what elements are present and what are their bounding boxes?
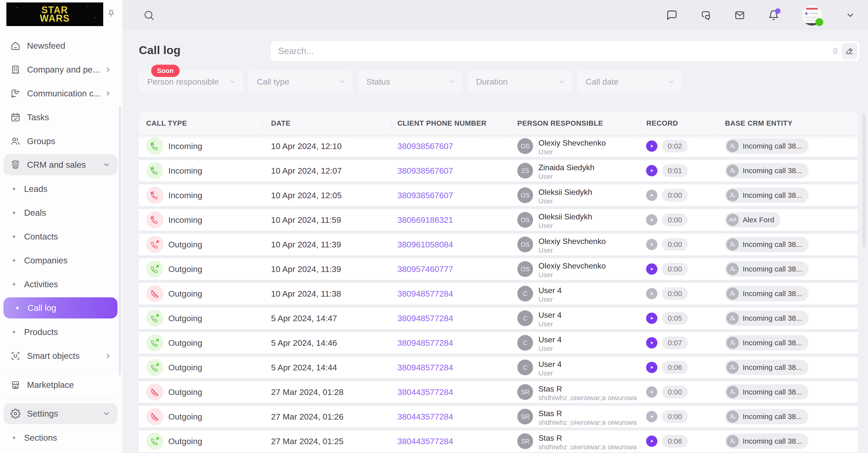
sidebar-item-groups[interactable]: Groups — [0, 129, 122, 153]
table-row[interactable]: Outgoing 27 Mar 2024, 01:25 380443577284… — [139, 430, 858, 452]
client-phone-link[interactable]: 380669186321 — [397, 215, 453, 225]
sidebar-item-communication-channels[interactable]: Communication c... — [0, 81, 122, 105]
comment-icon[interactable] — [666, 9, 678, 21]
global-search-icon[interactable] — [143, 9, 155, 21]
pin-sidebar-icon[interactable] — [105, 8, 117, 20]
call-type-label: Incoming — [168, 141, 202, 151]
base-crm-entity-cell: Incoming call 38... — [725, 188, 809, 203]
entity-avatar — [726, 263, 739, 275]
filter-dropdown[interactable]: Status — [358, 70, 462, 93]
crm-entity-chip[interactable]: Incoming call 38... — [725, 335, 809, 350]
filter-dropdown[interactable]: Call date — [577, 70, 681, 93]
sidebar-item-activities[interactable]: Activities — [0, 272, 122, 296]
crm-entity-chip[interactable]: АИ Alex Ford — [725, 212, 780, 227]
client-phone-link[interactable]: 380957460777 — [397, 264, 453, 274]
play-record-button[interactable] — [646, 288, 657, 299]
sidebar-item-marketplace[interactable]: Marketplace — [0, 373, 122, 397]
sidebar-item-contacts[interactable]: Contacts — [0, 225, 122, 248]
sidebar-section-crm-and-sales[interactable]: CRM and sales — [3, 154, 118, 175]
main-content: Call log 0 Soon Person responsible Call … — [122, 30, 868, 453]
person-responsible: OS Olexiy Shevchenko User — [517, 138, 606, 156]
play-record-button[interactable] — [646, 435, 657, 447]
table-row[interactable]: Outgoing 10 Apr 2024, 11:38 380948577284… — [139, 283, 858, 305]
crm-entity-chip[interactable]: Incoming call 38... — [725, 311, 809, 326]
table-row[interactable]: Outgoing 27 Mar 2024, 01:28 380443577284… — [139, 381, 858, 403]
table-row[interactable]: Outgoing 5 Apr 2024, 14:46 380948577284 … — [139, 332, 858, 353]
play-record-button[interactable] — [646, 140, 657, 152]
filter-dropdown[interactable]: Call type — [248, 70, 353, 93]
sidebar-item-products[interactable]: Products — [0, 320, 122, 344]
sidebar-item-leads[interactable]: Leads — [0, 177, 122, 201]
user-avatar[interactable] — [802, 5, 822, 26]
play-record-button[interactable] — [646, 411, 657, 422]
sidebar-item-deals[interactable]: Deals — [0, 201, 122, 225]
crm-entity-chip[interactable]: Incoming call 38... — [725, 409, 809, 424]
crm-entity-chip[interactable]: Incoming call 38... — [725, 188, 809, 203]
content-scrollbar[interactable] — [862, 114, 866, 247]
client-phone-link[interactable]: 380948577284 — [397, 363, 453, 372]
crm-entity-chip[interactable]: Incoming call 38... — [725, 138, 809, 154]
search-input[interactable] — [271, 46, 833, 56]
filter-dropdown[interactable]: Soon Person responsible — [139, 70, 243, 93]
play-record-button[interactable] — [646, 214, 657, 226]
profile-menu-chevron[interactable] — [844, 9, 856, 21]
client-phone-link[interactable]: 380948577284 — [397, 314, 453, 323]
play-record-button[interactable] — [646, 239, 657, 250]
table-row[interactable]: Outgoing 27 Mar 2024, 01:26 380443577284… — [139, 406, 858, 427]
contact-arrow-icon — [729, 192, 736, 199]
notifications-bell-icon[interactable] — [768, 9, 779, 21]
crm-entity-chip[interactable]: Incoming call 38... — [725, 360, 809, 375]
client-phone-link[interactable]: 380948577284 — [397, 289, 453, 299]
client-phone-link[interactable]: 380443577284 — [397, 387, 453, 397]
client-phone-link[interactable]: 380443577284 — [397, 412, 453, 422]
play-record-button[interactable] — [646, 165, 657, 176]
sidebar-item-newsfeed[interactable]: Newsfeed — [0, 34, 122, 58]
sidebar-item-sections[interactable]: Sections — [0, 426, 122, 450]
call-type-icon — [146, 310, 163, 327]
person-name: User 4 — [538, 286, 562, 295]
client-phone-link[interactable]: 380443577284 — [397, 436, 453, 446]
client-phone-link[interactable]: 380938567607 — [397, 166, 453, 176]
play-record-button[interactable] — [646, 190, 657, 201]
filter-label: Call type — [257, 77, 289, 87]
sidebar-item-companies[interactable]: Companies — [0, 248, 122, 272]
sidebar-item-smart-objects[interactable]: Smart objects — [0, 344, 122, 368]
chevron-down-icon — [229, 78, 236, 85]
call-type-icon — [146, 211, 163, 228]
client-phone-link[interactable]: 380938567607 — [397, 191, 453, 200]
sidebar-scrollbar[interactable] — [119, 106, 121, 375]
play-record-button[interactable] — [646, 337, 657, 348]
crm-entity-chip[interactable]: Incoming call 38... — [725, 163, 809, 178]
table-row[interactable]: Incoming 10 Apr 2024, 11:59 380669186321… — [139, 209, 858, 231]
client-phone-link[interactable]: 380938567607 — [397, 141, 453, 151]
crm-entity-chip[interactable]: Incoming call 38... — [725, 286, 809, 301]
table-row[interactable]: Incoming 10 Apr 2024, 12:05 380938567607… — [139, 185, 858, 206]
group-chat-icon[interactable] — [700, 9, 712, 21]
call-date: 10 Apr 2024, 12:10 — [271, 141, 342, 151]
crm-entity-chip[interactable]: Incoming call 38... — [725, 385, 809, 400]
sidebar-item-label: Tasks — [27, 112, 49, 122]
contact-arrow-icon — [729, 388, 736, 396]
crm-entity-chip[interactable]: Incoming call 38... — [725, 237, 809, 252]
play-record-button[interactable] — [646, 263, 657, 275]
mail-icon[interactable] — [734, 9, 746, 21]
client-phone-link[interactable]: 380961058084 — [397, 240, 453, 249]
crm-entity-chip[interactable]: Incoming call 38... — [725, 433, 809, 449]
play-record-button[interactable] — [646, 386, 657, 398]
filter-dropdown[interactable]: Duration — [468, 70, 572, 93]
table-row[interactable]: Incoming 10 Apr 2024, 12:07 380938567607… — [139, 160, 858, 181]
play-record-button[interactable] — [646, 313, 657, 324]
clear-search-button[interactable] — [842, 43, 857, 59]
table-row[interactable]: Outgoing 10 Apr 2024, 11:39 380961058084… — [139, 234, 858, 255]
sidebar-section-settings[interactable]: Settings — [3, 403, 118, 424]
sidebar-item-company-and-people[interactable]: Company and pe... — [0, 58, 122, 81]
table-row[interactable]: Incoming 10 Apr 2024, 12:10 380938567607… — [139, 135, 858, 157]
sidebar-item-call-log-active[interactable]: Call log — [3, 297, 118, 318]
table-row[interactable]: Outgoing 5 Apr 2024, 14:44 380948577284 … — [139, 357, 858, 378]
sidebar-item-tasks[interactable]: Tasks — [0, 105, 122, 129]
table-row[interactable]: Outgoing 5 Apr 2024, 14:47 380948577284 … — [139, 307, 858, 329]
table-row[interactable]: Outgoing 10 Apr 2024, 11:39 380957460777… — [139, 258, 858, 280]
client-phone-link[interactable]: 380948577284 — [397, 338, 453, 348]
crm-entity-chip[interactable]: Incoming call 38... — [725, 261, 809, 277]
play-record-button[interactable] — [646, 362, 657, 373]
